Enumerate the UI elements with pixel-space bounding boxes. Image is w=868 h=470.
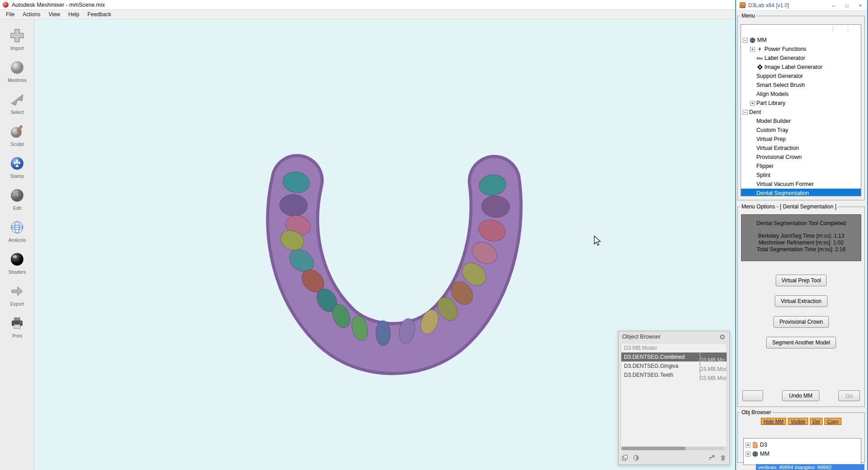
visible-button[interactable]: Visible [788, 418, 808, 425]
toolbar-shaders-button[interactable]: Shaders [0, 247, 34, 279]
tree-item-virtual-prep[interactable]: Virtual Prep [741, 135, 861, 144]
menu-item-view[interactable]: View [45, 10, 64, 18]
d3lab-titlebar: D3Lab x64 [v1.0] – □ × [736, 0, 867, 11]
print-icon [8, 315, 26, 332]
trash-icon[interactable] [719, 454, 727, 461]
tree-item-smart-select-brush[interactable]: Smart Select Brush [741, 81, 861, 90]
toolbar-import-button[interactable]: Import [0, 23, 34, 55]
viewport-3d[interactable]: Object Browser D3.MB.ModelD3.DENTSEG.Com… [34, 19, 735, 470]
obj-browser-group: Obj Browser Hide MMVisibleDelCopy +D3+MM [737, 409, 865, 463]
object-row[interactable]: D3.DENTSEG.Teeth( D3.MB.Model [621, 371, 727, 380]
tree-item-virtual-vacuum-former[interactable]: Virtual Vacuum Former [741, 180, 861, 189]
export-object-icon[interactable] [708, 454, 715, 461]
tree-item-flipper[interactable]: Flipper [741, 162, 861, 171]
obj-tree-item-d3[interactable]: +D3 [744, 440, 861, 449]
tree-item-virtual-extraction[interactable]: Virtual Extraction [741, 144, 861, 153]
toolbar-export-button[interactable]: Export [0, 279, 34, 311]
collapse-icon[interactable]: − [743, 38, 748, 43]
option-buttons: Virtual Prep Tool Virtual Extraction Pro… [738, 275, 864, 348]
stamp-icon [8, 155, 26, 172]
tree-item-label: Virtual Prep [756, 136, 786, 142]
tree-item-label: Flipper [756, 163, 773, 169]
toolbar-stamp-button[interactable]: Stamp [0, 151, 34, 183]
doc-icon [752, 442, 759, 448]
tree-item-label: Label Generator [764, 55, 805, 61]
toolbar-label: Edit [13, 205, 21, 211]
expand-icon[interactable]: + [750, 101, 755, 106]
toolbar-print-button[interactable]: Print [0, 311, 34, 343]
tree-item-label: Align Models [756, 91, 789, 97]
tree-item-label: Dental Segmentation [756, 190, 809, 196]
obj-browser-label: Obj Browser [740, 409, 773, 416]
toolbar-label: Import [10, 45, 24, 51]
expand-icon[interactable]: + [750, 47, 755, 52]
virtual-extraction-button[interactable]: Virtual Extraction [775, 295, 827, 307]
sphere-icon[interactable] [633, 454, 640, 461]
tree-item-support-generator[interactable]: Support Generator [741, 72, 861, 81]
tree-item-label-generator[interactable]: AbcLabel Generator [741, 54, 861, 63]
tree-item-model-builder[interactable]: Model Builder [741, 117, 861, 126]
panel-pin-icon[interactable] [719, 333, 726, 340]
object-browser-panel: Object Browser D3.MB.ModelD3.DENTSEG.Com… [618, 331, 730, 465]
toolbar-select-button[interactable]: Select [0, 87, 34, 119]
toolbar-label: Analysis [8, 237, 26, 243]
toolbar-analysis-button[interactable]: Analysis [0, 215, 34, 247]
object-suffix: ( D3.MB.Model [699, 369, 727, 381]
tree-item-mm[interactable]: −MM [741, 36, 861, 45]
obj-tree-label: D3 [760, 442, 767, 448]
blank-button[interactable] [742, 390, 763, 401]
menubar: FileActionsViewHelpFeedback [0, 10, 735, 19]
duplicate-icon[interactable] [621, 454, 628, 461]
tree-item-provisional-crown[interactable]: Provisional Crown [741, 153, 861, 162]
menu-item-actions[interactable]: Actions [18, 10, 44, 18]
provisional-crown-button[interactable]: Provisional Crown [773, 316, 829, 328]
virtual-prep-tool-button[interactable]: Virtual Prep Tool [776, 275, 827, 286]
toolbar-label: Sculpt [10, 141, 23, 147]
tree-item-part-library[interactable]: +Part Library [741, 99, 861, 108]
toolbar-meshmix-button[interactable]: Meshmix [0, 55, 34, 87]
tree-item-dental-segmentation[interactable]: Dental Segmentation [741, 189, 861, 196]
expand-icon[interactable]: + [746, 443, 750, 447]
tree-item-image-label-generator[interactable]: Image Label Generator [741, 63, 861, 72]
close-button[interactable]: × [854, 0, 867, 10]
minimize-button[interactable]: – [827, 0, 840, 10]
tree-item-custom-tray[interactable]: Custom Tray [741, 126, 861, 135]
tree-item-label: Provisional Crown [756, 154, 802, 160]
tree-item-align-models[interactable]: Align Models [741, 90, 861, 99]
tree-item-label: Model Builder [756, 118, 791, 124]
maximize-button[interactable]: □ [840, 0, 854, 10]
go-button[interactable]: Go [838, 390, 860, 401]
tree-item-label: Custom Tray [756, 127, 788, 133]
scrollbar-thumb[interactable] [621, 447, 686, 450]
menu-item-file[interactable]: File [2, 10, 18, 18]
segment-another-model-button[interactable]: Segment Another Model [766, 337, 836, 348]
toolbar-edit-button[interactable]: Edit [0, 183, 34, 215]
hide-mm-button[interactable]: Hide MM [761, 418, 786, 425]
tree-item-label: Smart Select Brush [756, 82, 805, 88]
copy-button[interactable]: Copy [824, 418, 841, 425]
expand-icon[interactable]: + [746, 452, 750, 456]
tree-item-label: Power Functions [764, 46, 806, 52]
menu-item-feedback[interactable]: Feedback [83, 10, 115, 18]
undo-mm-button[interactable]: Undo MM [782, 390, 819, 401]
menu-options-label: Menu Options - [ Dental Segmentation ] [740, 203, 838, 210]
menu-item-help[interactable]: Help [64, 10, 84, 18]
d3lab-menu-tree: −MM+Power FunctionsAbcLabel GeneratorIma… [741, 24, 861, 196]
d3lab-window-title: D3Lab x64 [v1.0] [748, 2, 827, 9]
collapse-icon[interactable]: − [743, 110, 748, 115]
toolbar-label: Print [12, 333, 22, 339]
object-browser-title: Object Browser [622, 334, 660, 340]
import-icon [8, 27, 26, 44]
tree-item-dent[interactable]: −Dent [741, 108, 861, 117]
object-browser-scrollbar[interactable] [621, 447, 725, 450]
segmentation-status-box: Dental Segmentation Tool Completed Berke… [741, 214, 861, 261]
globe-icon [752, 451, 759, 457]
toolbar-label: Meshmix [8, 77, 27, 83]
tree-item-splint[interactable]: Splint [741, 171, 861, 180]
menu-group: Menu −MM+Power FunctionsAbcLabel Generat… [737, 13, 865, 200]
toolbar-sculpt-button[interactable]: Sculpt [0, 119, 34, 151]
tree-item-power-functions[interactable]: +Power Functions [741, 45, 861, 54]
del-button[interactable]: Del [810, 418, 823, 425]
toolbar-label: Stamp [10, 173, 24, 179]
obj-tree-item-mm[interactable]: +MM [744, 449, 861, 458]
